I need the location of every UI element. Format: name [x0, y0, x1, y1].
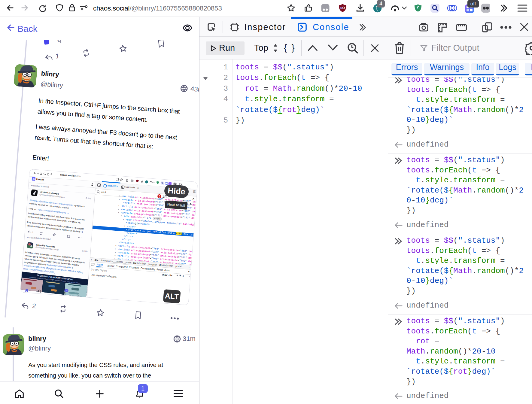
- svg-text:£: £: [417, 5, 419, 10]
- svg-text:uO: uO: [340, 6, 345, 10]
